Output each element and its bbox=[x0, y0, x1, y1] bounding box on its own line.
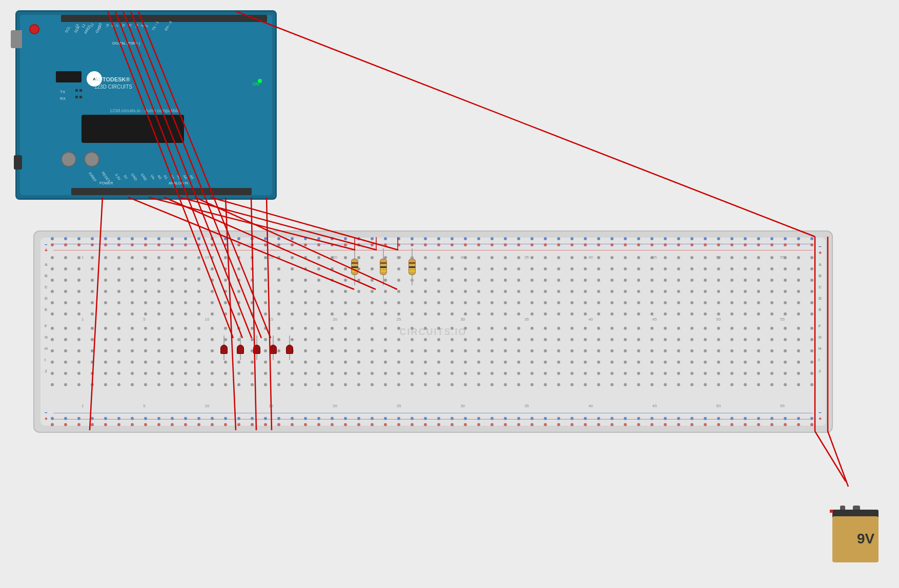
bottom-right-minus-label: − bbox=[819, 410, 822, 415]
arduino-on-label: ON bbox=[253, 81, 260, 87]
arduino-brand-label: AUTODESK® bbox=[94, 76, 130, 82]
bottom-minus-label: − bbox=[45, 410, 48, 415]
resistor-1-leg-top bbox=[354, 248, 355, 259]
led-5-leg-bottom bbox=[289, 354, 290, 360]
col-num-1: 1 bbox=[81, 255, 84, 260]
wire-to-battery bbox=[815, 431, 846, 481]
led-3 bbox=[253, 335, 260, 360]
col-num-mid-45: 45 bbox=[652, 317, 657, 322]
row-labels-left-top: A B C D E bbox=[45, 262, 48, 312]
row-label-E-r: E bbox=[819, 307, 822, 312]
bottom-plus-label: + bbox=[45, 416, 48, 422]
row-label-I: I bbox=[45, 358, 48, 362]
col-num-mid-55: 55 bbox=[780, 317, 785, 322]
arduino-reset-button[interactable] bbox=[29, 24, 39, 34]
col-num-10: 10 bbox=[205, 255, 209, 260]
row-label-A-r: A bbox=[819, 262, 822, 267]
col-num-55: 55 bbox=[780, 255, 785, 260]
arduino-power-label: POWER bbox=[99, 181, 113, 185]
arduino-usb-port bbox=[11, 30, 22, 48]
capacitor-1 bbox=[61, 152, 76, 167]
led-3-leg-top bbox=[256, 335, 257, 345]
led-4-leg-bottom bbox=[273, 354, 274, 360]
row-label-B-r: B bbox=[819, 274, 822, 278]
resistor-1-body bbox=[351, 259, 358, 275]
battery-9v: 9V bbox=[822, 506, 884, 562]
led-1-leg-bottom bbox=[223, 354, 224, 360]
row-label-J-r: J bbox=[819, 369, 822, 373]
resistor-3-band3 bbox=[409, 270, 415, 272]
col-num-bot-30: 30 bbox=[460, 404, 465, 408]
top-minus-label: − bbox=[45, 242, 48, 247]
arduino-tx-label: TX bbox=[60, 89, 66, 96]
resistor-3-band2 bbox=[409, 266, 415, 268]
wire-right-1 bbox=[236, 11, 815, 237]
col-num-mid-20: 20 bbox=[333, 317, 337, 322]
arduino-analogin-label: ANALOG IN bbox=[169, 181, 188, 185]
col-numbers-top: 1 5 10 15 20 25 30 35 40 45 50 55 bbox=[52, 255, 814, 260]
row-label-F: F bbox=[45, 324, 48, 328]
row-label-E: E bbox=[45, 307, 48, 312]
arduino-product-label: 123D CIRCUITS bbox=[94, 84, 132, 90]
row-label-H: H bbox=[45, 346, 48, 351]
led-5-leg-top bbox=[289, 335, 290, 345]
resistor-2-body bbox=[380, 259, 387, 275]
col-num-bot-35: 35 bbox=[524, 404, 529, 408]
resistor-3-body bbox=[408, 259, 416, 275]
arduino-pin-header-top bbox=[61, 15, 267, 22]
led-1-body bbox=[220, 345, 228, 354]
arduino-txrx-labels: TX RX bbox=[60, 89, 66, 102]
col-num-mid-1: 1 bbox=[81, 317, 84, 322]
resistor-2-band1 bbox=[380, 262, 386, 264]
arduino-pin-header-bottom bbox=[71, 188, 252, 195]
arduino-tx-pins bbox=[75, 89, 82, 92]
led-3-leg-bottom bbox=[256, 354, 257, 360]
row-label-H-r: H bbox=[819, 346, 822, 351]
col-numbers-bottom: 1 5 10 15 20 25 30 35 40 45 50 55 bbox=[52, 404, 814, 408]
row-label-I-r: I bbox=[819, 358, 822, 362]
arduino-digital-label: DIGITAL (PWM~) bbox=[112, 41, 140, 45]
tx-pin-2 bbox=[79, 89, 82, 92]
arduino-atmega-chip bbox=[81, 115, 184, 143]
col-num-bot-15: 15 bbox=[269, 404, 273, 408]
led-5-body bbox=[286, 345, 293, 354]
col-num-mid-50: 50 bbox=[716, 317, 721, 322]
battery-terminal-negative bbox=[853, 506, 860, 510]
row-label-G-r: G bbox=[819, 335, 822, 340]
row-labels-left-bottom: F G H I J bbox=[45, 324, 48, 373]
arduino-rx-label: RX bbox=[60, 96, 66, 102]
capacitor-2 bbox=[84, 152, 99, 167]
col-num-mid-25: 25 bbox=[397, 317, 401, 322]
arduino-usb-chip bbox=[56, 71, 81, 82]
resistor-1 bbox=[351, 248, 358, 285]
resistor-1-leg-bottom bbox=[354, 275, 355, 285]
led-group bbox=[220, 335, 293, 360]
row-label-D-r: D bbox=[819, 296, 822, 301]
resistor-1-band2 bbox=[352, 266, 358, 268]
led-4 bbox=[270, 335, 277, 360]
breadboard: − + − + − + − + A B C D E bbox=[33, 230, 833, 433]
top-rail-plus bbox=[53, 250, 813, 250]
top-rail-minus bbox=[53, 244, 813, 244]
led-2-leg-top bbox=[240, 335, 241, 345]
resistor-2 bbox=[380, 248, 387, 285]
battery-body: 9V bbox=[832, 516, 878, 562]
top-right-plus-label: + bbox=[819, 250, 822, 256]
row-label-F-r: F bbox=[819, 324, 822, 328]
arduino-analog-labels-top: SCL SDA AREF GND bbox=[64, 28, 103, 31]
arduino-watermark: 123d.circuits.io - duino compatible bbox=[110, 108, 179, 113]
row-label-C: C bbox=[45, 285, 48, 289]
resistor-3-leg-bottom bbox=[412, 275, 413, 285]
resistor-3 bbox=[408, 248, 416, 285]
col-num-50: 50 bbox=[716, 255, 721, 260]
arduino-capacitors bbox=[61, 152, 99, 167]
resistor-2-leg-top bbox=[383, 248, 384, 259]
col-num-mid-40: 40 bbox=[588, 317, 593, 322]
col-num-40: 40 bbox=[588, 255, 593, 260]
top-right-minus-label: − bbox=[819, 244, 822, 249]
led-2-body bbox=[237, 345, 244, 354]
arduino-board[interactable]: A AUTODESK® 123D CIRCUITS ON TX RX bbox=[15, 10, 277, 200]
row-label-A: A bbox=[45, 262, 48, 267]
col-num-bot-50: 50 bbox=[716, 404, 721, 408]
col-num-15: 15 bbox=[269, 255, 273, 260]
